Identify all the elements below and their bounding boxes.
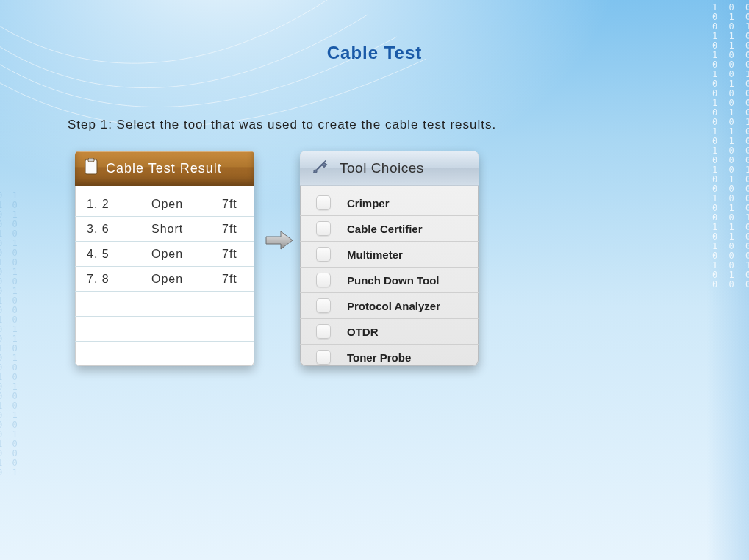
tool-panel-header: Tool Choices: [300, 151, 479, 186]
result-pair: 1, 2: [75, 198, 151, 211]
tool-choice-crimper[interactable]: Crimper: [300, 190, 479, 216]
result-distance: 7ft: [222, 223, 254, 236]
checkbox[interactable]: [316, 324, 331, 339]
checkbox[interactable]: [316, 298, 331, 313]
tool-panel-body: Crimper Cable Certifier Multimeter Punch…: [300, 186, 479, 366]
svg-rect-1: [88, 158, 94, 162]
tool-panel: Tool Choices Crimper Cable Certifier Mul…: [300, 151, 479, 366]
result-status: Open: [151, 273, 222, 286]
result-distance: 7ft: [222, 273, 254, 286]
tool-choice-punch-down-tool[interactable]: Punch Down Tool: [300, 268, 479, 293]
checkbox[interactable]: [316, 273, 331, 287]
result-row: 3, 6 Short 7ft: [75, 217, 254, 242]
tool-choice-cable-certifier[interactable]: Cable Certifier: [300, 216, 479, 242]
tool-choice-protocol-analyzer[interactable]: Protocol Analyzer: [300, 293, 479, 319]
tool-label: Crimper: [347, 197, 390, 209]
tool-choice-toner-probe[interactable]: Toner Probe: [300, 345, 479, 366]
result-distance: 7ft: [222, 248, 254, 261]
result-status: Open: [151, 248, 222, 261]
result-row: 4, 5 Open 7ft: [75, 242, 254, 267]
result-distance: 7ft: [222, 198, 254, 211]
result-panel-title: Cable Test Result: [106, 161, 222, 176]
clipboard-icon: [84, 158, 98, 179]
result-row: 7, 8 Open 7ft: [75, 267, 254, 292]
result-row-empty: [75, 317, 254, 342]
tool-panel-title: Tool Choices: [340, 160, 424, 176]
checkbox[interactable]: [316, 350, 331, 365]
tool-choice-multimeter[interactable]: Multimeter: [300, 242, 479, 268]
tools-icon: [310, 157, 329, 180]
tool-choice-otdr[interactable]: OTDR: [300, 319, 479, 345]
tool-label: Punch Down Tool: [347, 274, 440, 287]
binary-decor-left: 0 1 0 1 0 0 0 1 0 0 0 1 1 0 1 0 1 0 0 0 …: [0, 191, 18, 529]
checkbox[interactable]: [316, 221, 331, 236]
page-title: Cable Test: [0, 43, 749, 63]
binary-decor-right: 1 0 0 1 0 1 0 0 0 0 1 1 1 1 0 1 0 1 0 0 …: [706, 0, 749, 560]
checkbox[interactable]: [316, 195, 331, 210]
result-pair: 3, 6: [75, 223, 151, 236]
tool-label: Cable Certifier: [347, 223, 423, 235]
result-row-empty: [75, 342, 254, 366]
result-row: 1, 2 Open 7ft: [75, 192, 254, 217]
checkbox[interactable]: [316, 247, 331, 262]
result-status: Short: [151, 223, 222, 236]
result-pair: 7, 8: [75, 273, 151, 286]
tool-label: Multimeter: [347, 248, 403, 261]
background-swoosh: [0, 0, 470, 162]
result-panel: Cable Test Result 1, 2 Open 7ft 3, 6 Sho…: [75, 151, 254, 366]
result-pair: 4, 5: [75, 248, 151, 261]
tool-label: Toner Probe: [347, 351, 411, 364]
result-panel-body: 1, 2 Open 7ft 3, 6 Short 7ft 4, 5 Open 7…: [75, 186, 254, 366]
result-panel-header: Cable Test Result: [75, 151, 254, 186]
tool-label: Protocol Analyzer: [347, 300, 440, 312]
step-instruction: Step 1: Select the tool that was used to…: [68, 118, 496, 132]
svg-point-2: [314, 170, 316, 172]
result-row-empty: [75, 292, 254, 317]
arrow-icon: [265, 229, 294, 254]
tool-label: OTDR: [347, 326, 379, 338]
result-status: Open: [151, 198, 222, 211]
